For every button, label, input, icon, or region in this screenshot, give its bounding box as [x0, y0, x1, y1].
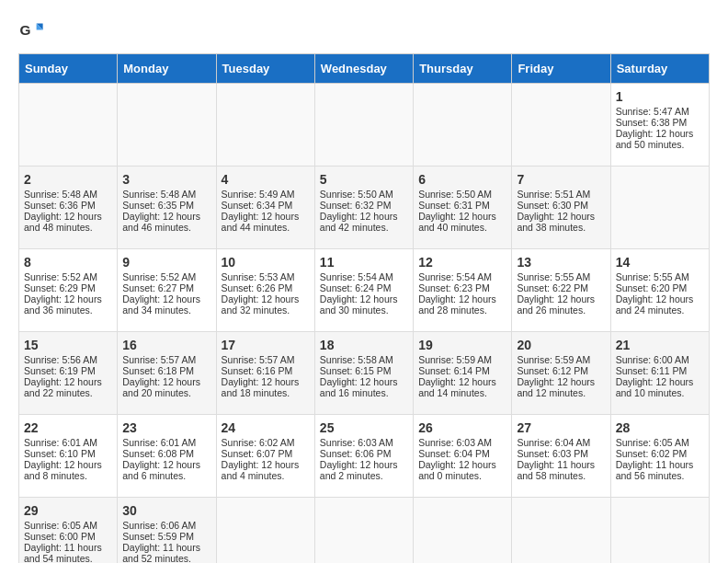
day-number: 4 — [222, 172, 310, 187]
daylight: Daylight: 11 hours and 58 minutes. — [517, 459, 595, 481]
calendar-cell: 5Sunrise: 5:50 AMSunset: 6:32 PMDaylight… — [314, 167, 413, 249]
week-row-6: 29Sunrise: 6:05 AMSunset: 6:00 PMDayligh… — [19, 498, 710, 564]
sunset: Sunset: 6:31 PM — [418, 200, 490, 211]
calendar-cell: 15Sunrise: 5:56 AMSunset: 6:19 PMDayligh… — [19, 332, 118, 415]
day-number: 18 — [320, 338, 408, 352]
day-number: 19 — [418, 338, 506, 352]
sunset: Sunset: 6:24 PM — [320, 282, 392, 293]
sunset: Sunset: 6:04 PM — [418, 448, 490, 459]
daylight: Daylight: 12 hours and 12 minutes. — [517, 376, 595, 398]
calendar-table: SundayMondayTuesdayWednesdayThursdayFrid… — [18, 53, 710, 563]
day-number: 28 — [616, 420, 704, 435]
daylight: Daylight: 12 hours and 36 minutes. — [24, 293, 102, 316]
header-day-saturday: Saturday — [610, 54, 709, 84]
daylight: Daylight: 12 hours and 4 minutes. — [222, 459, 300, 481]
calendar-cell: 29Sunrise: 6:05 AMSunset: 6:00 PMDayligh… — [19, 498, 118, 564]
day-number: 5 — [320, 172, 408, 187]
svg-text:G: G — [19, 22, 30, 38]
daylight: Daylight: 12 hours and 30 minutes. — [320, 293, 398, 316]
sunset: Sunset: 6:11 PM — [616, 365, 688, 376]
sunset: Sunset: 6:10 PM — [24, 448, 96, 459]
sunrise: Sunrise: 6:04 AM — [517, 437, 590, 448]
sunset: Sunset: 5:59 PM — [122, 531, 194, 542]
calendar-cell: 6Sunrise: 5:50 AMSunset: 6:31 PMDaylight… — [414, 167, 512, 249]
sunset: Sunset: 6:23 PM — [418, 282, 490, 293]
calendar-cell: 16Sunrise: 5:57 AMSunset: 6:18 PMDayligh… — [118, 332, 216, 415]
sunset: Sunset: 6:34 PM — [222, 200, 293, 211]
header-day-sunday: Sunday — [19, 54, 118, 84]
sunrise: Sunrise: 5:51 AM — [517, 189, 590, 200]
calendar-cell: 20Sunrise: 5:59 AMSunset: 6:12 PMDayligh… — [512, 332, 610, 415]
week-row-2: 2Sunrise: 5:48 AMSunset: 6:36 PMDaylight… — [19, 167, 710, 249]
day-number: 26 — [418, 420, 506, 435]
sunrise: Sunrise: 5:58 AM — [320, 354, 393, 365]
calendar-cell: 12Sunrise: 5:54 AMSunset: 6:23 PMDayligh… — [414, 249, 512, 332]
daylight: Daylight: 12 hours and 0 minutes. — [418, 459, 496, 481]
daylight: Daylight: 12 hours and 20 minutes. — [122, 376, 200, 398]
day-number: 15 — [24, 338, 112, 352]
sunset: Sunset: 6:36 PM — [24, 200, 96, 211]
sunrise: Sunrise: 5:59 AM — [517, 354, 590, 365]
week-row-1: 1Sunrise: 5:47 AMSunset: 6:38 PMDaylight… — [19, 84, 710, 167]
day-number: 1 — [616, 89, 704, 104]
calendar-cell: 9Sunrise: 5:52 AMSunset: 6:27 PMDaylight… — [118, 249, 216, 332]
sunrise: Sunrise: 5:53 AM — [222, 271, 295, 282]
sunrise: Sunrise: 5:52 AM — [24, 271, 97, 282]
day-number: 6 — [418, 172, 506, 187]
sunrise: Sunrise: 6:02 AM — [222, 437, 295, 448]
daylight: Daylight: 12 hours and 6 minutes. — [122, 459, 200, 481]
sunset: Sunset: 6:08 PM — [122, 448, 194, 459]
day-number: 30 — [122, 503, 210, 518]
daylight: Daylight: 11 hours and 56 minutes. — [616, 459, 694, 481]
sunrise: Sunrise: 5:59 AM — [418, 354, 492, 365]
calendar-cell — [414, 498, 512, 564]
logo-icon: G — [18, 18, 44, 44]
sunset: Sunset: 6:00 PM — [24, 531, 96, 542]
header-day-friday: Friday — [512, 54, 610, 84]
calendar-cell: 11Sunrise: 5:54 AMSunset: 6:24 PMDayligh… — [314, 249, 413, 332]
day-number: 22 — [24, 420, 112, 435]
day-number: 8 — [24, 255, 112, 270]
calendar-cell: 1Sunrise: 5:47 AMSunset: 6:38 PMDaylight… — [610, 84, 709, 167]
logo: G — [18, 18, 48, 44]
day-number: 29 — [24, 503, 112, 518]
day-number: 10 — [222, 255, 310, 270]
calendar-cell: 24Sunrise: 6:02 AMSunset: 6:07 PMDayligh… — [216, 415, 314, 498]
sunrise: Sunrise: 5:55 AM — [517, 271, 590, 282]
sunrise: Sunrise: 5:54 AM — [418, 271, 492, 282]
daylight: Daylight: 12 hours and 48 minutes. — [24, 211, 102, 233]
sunset: Sunset: 6:26 PM — [222, 282, 293, 293]
calendar-cell: 3Sunrise: 5:48 AMSunset: 6:35 PMDaylight… — [118, 167, 216, 249]
week-row-3: 8Sunrise: 5:52 AMSunset: 6:29 PMDaylight… — [19, 249, 710, 332]
calendar-header: SundayMondayTuesdayWednesdayThursdayFrid… — [19, 54, 710, 84]
calendar-cell: 19Sunrise: 5:59 AMSunset: 6:14 PMDayligh… — [414, 332, 512, 415]
sunrise: Sunrise: 6:00 AM — [616, 354, 689, 365]
calendar-cell: 30Sunrise: 6:06 AMSunset: 5:59 PMDayligh… — [118, 498, 216, 564]
day-number: 20 — [517, 338, 605, 352]
calendar-cell — [19, 84, 118, 167]
day-number: 11 — [320, 255, 408, 270]
day-number: 7 — [517, 172, 605, 187]
daylight: Daylight: 12 hours and 26 minutes. — [517, 293, 595, 316]
sunrise: Sunrise: 5:52 AM — [122, 271, 196, 282]
daylight: Daylight: 12 hours and 14 minutes. — [418, 376, 496, 398]
page-header: G — [18, 18, 710, 44]
daylight: Daylight: 11 hours and 52 minutes. — [122, 542, 200, 563]
calendar-cell: 10Sunrise: 5:53 AMSunset: 6:26 PMDayligh… — [216, 249, 314, 332]
day-number: 21 — [616, 338, 704, 352]
week-row-4: 15Sunrise: 5:56 AMSunset: 6:19 PMDayligh… — [19, 332, 710, 415]
sunrise: Sunrise: 6:06 AM — [122, 520, 196, 531]
sunrise: Sunrise: 5:47 AM — [616, 106, 689, 117]
daylight: Daylight: 12 hours and 46 minutes. — [122, 211, 200, 233]
calendar-cell: 8Sunrise: 5:52 AMSunset: 6:29 PMDaylight… — [19, 249, 118, 332]
calendar-cell: 22Sunrise: 6:01 AMSunset: 6:10 PMDayligh… — [19, 415, 118, 498]
header-day-thursday: Thursday — [414, 54, 512, 84]
calendar-cell: 27Sunrise: 6:04 AMSunset: 6:03 PMDayligh… — [512, 415, 610, 498]
day-number: 3 — [122, 172, 210, 187]
sunrise: Sunrise: 6:05 AM — [24, 520, 97, 531]
day-number: 25 — [320, 420, 408, 435]
day-number: 23 — [122, 420, 210, 435]
sunset: Sunset: 6:03 PM — [517, 448, 588, 459]
sunrise: Sunrise: 5:54 AM — [320, 271, 393, 282]
sunset: Sunset: 6:07 PM — [222, 448, 293, 459]
